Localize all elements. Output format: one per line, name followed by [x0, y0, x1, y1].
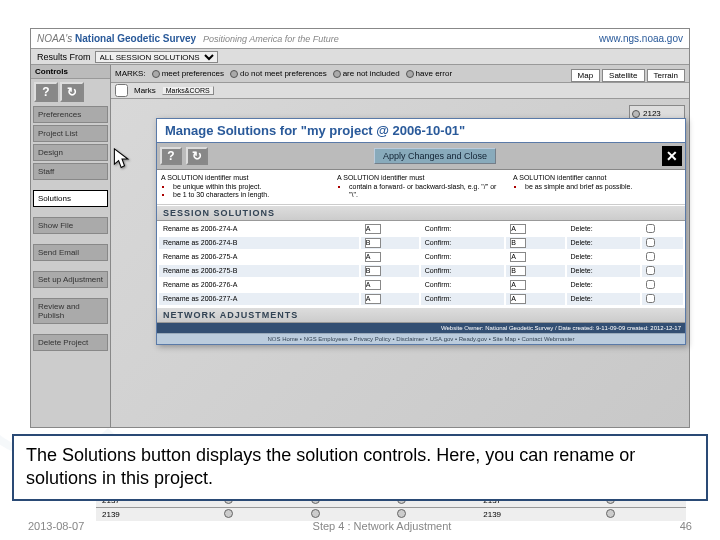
delete-checkbox[interactable] — [646, 252, 655, 261]
session-solutions-header: SESSION SOLUTIONS — [157, 205, 685, 221]
delete-checkbox[interactable] — [646, 224, 655, 233]
apply-changes-button[interactable]: Apply Changes and Close — [374, 148, 496, 164]
caption-text: The Solutions button displays the soluti… — [14, 436, 706, 499]
help-icon[interactable]: ? — [34, 82, 58, 102]
rename-input[interactable] — [365, 294, 381, 304]
delete-checkbox[interactable] — [646, 266, 655, 275]
noaa-label: NOAA's — [37, 33, 72, 44]
rename-input[interactable] — [365, 224, 381, 234]
marks-checkbox[interactable] — [115, 84, 128, 97]
manage-solutions-modal: Manage Solutions for "my project @ 2006-… — [156, 118, 686, 345]
sidebar-item-solutions[interactable]: Solutions — [33, 190, 108, 207]
map-tab-satellite[interactable]: Satellite — [602, 69, 644, 82]
session-table: Rename as 2006-274-AConfirm:Delete: Rena… — [157, 221, 685, 307]
rules-row: A SOLUTION identifier must be unique wit… — [157, 170, 685, 205]
caption-box: The Solutions button displays the soluti… — [12, 434, 708, 501]
table-row: Rename as 2006-276-AConfirm:Delete: — [159, 279, 683, 291]
results-select[interactable]: ALL SESSION SOLUTIONS — [95, 51, 218, 63]
map-toolbar: Marks Marks&CORS — [111, 83, 689, 99]
sidebar-item-staff[interactable]: Staff — [33, 163, 108, 180]
footer-page: 46 — [680, 520, 692, 532]
site-tagline: Positioning America for the Future — [203, 34, 339, 44]
sidebar-item-review-publish[interactable]: Review and Publish — [33, 298, 108, 324]
rename-input[interactable] — [365, 280, 381, 290]
sidebar-item-preferences[interactable]: Preferences — [33, 106, 108, 123]
marks-label: MARKS: — [115, 69, 146, 78]
modal-help-icon[interactable]: ? — [160, 147, 182, 165]
modal-title: Manage Solutions for "my project @ 2006-… — [157, 119, 685, 143]
slide-footer: 2013-08-07 Step 4 : Network Adjustment 4… — [0, 520, 720, 532]
controls-header: Controls — [31, 65, 110, 79]
delete-checkbox[interactable] — [646, 280, 655, 289]
rename-input[interactable] — [365, 266, 381, 276]
map-tab-terrain[interactable]: Terrain — [647, 69, 685, 82]
confirm-input[interactable] — [510, 280, 526, 290]
table-row: Rename as 2006-275-AConfirm:Delete: — [159, 251, 683, 263]
sidebar-item-show-file[interactable]: Show File — [33, 217, 108, 234]
site-title: National Geodetic Survey — [75, 33, 196, 44]
rename-input[interactable] — [365, 238, 381, 248]
network-adjustments-header: NETWORK ADJUSTMENTS — [157, 307, 685, 323]
refresh-icon[interactable]: ↻ — [60, 82, 84, 102]
sidebar-item-project-list[interactable]: Project List — [33, 125, 108, 142]
sidebar-item-send-email[interactable]: Send Email — [33, 244, 108, 261]
confirm-input[interactable] — [510, 252, 526, 262]
app-header: NOAA's National Geodetic Survey Position… — [31, 29, 689, 49]
site-url: www.ngs.noaa.gov — [599, 33, 683, 44]
mouse-cursor-icon — [113, 148, 131, 170]
modal-footer-links: NOS Home • NGS Employees • Privacy Polic… — [157, 333, 685, 344]
rename-input[interactable] — [365, 252, 381, 262]
sidebar-item-delete-project[interactable]: Delete Project — [33, 334, 108, 351]
footer-date: 2013-08-07 — [28, 520, 84, 532]
table-row: Rename as 2006-277-AConfirm:Delete: — [159, 293, 683, 305]
sidebar-item-design[interactable]: Design — [33, 144, 108, 161]
modal-footer-owner: Website Owner: National Geodetic Survey … — [157, 323, 685, 333]
confirm-input[interactable] — [510, 294, 526, 304]
results-label: Results From — [37, 52, 91, 62]
close-icon[interactable]: ✕ — [662, 146, 682, 166]
confirm-input[interactable] — [510, 266, 526, 276]
confirm-input[interactable] — [510, 238, 526, 248]
marks-cors-button[interactable]: Marks&CORS — [162, 86, 214, 95]
table-row: Rename as 2006-275-BConfirm:Delete: — [159, 265, 683, 277]
table-row: Rename as 2006-274-AConfirm:Delete: — [159, 223, 683, 235]
table-row: Rename as 2006-274-BConfirm:Delete: — [159, 237, 683, 249]
footer-step: Step 4 : Network Adjustment — [84, 520, 679, 532]
results-bar: Results From ALL SESSION SOLUTIONS — [31, 49, 689, 65]
left-sidebar: Controls ? ↻ Preferences Project List De… — [31, 65, 111, 427]
confirm-input[interactable] — [510, 224, 526, 234]
delete-checkbox[interactable] — [646, 294, 655, 303]
modal-refresh-icon[interactable]: ↻ — [186, 147, 208, 165]
sidebar-item-setup-adjustment[interactable]: Set up Adjustment — [33, 271, 108, 288]
delete-checkbox[interactable] — [646, 238, 655, 247]
map-tab-map[interactable]: Map — [571, 69, 601, 82]
